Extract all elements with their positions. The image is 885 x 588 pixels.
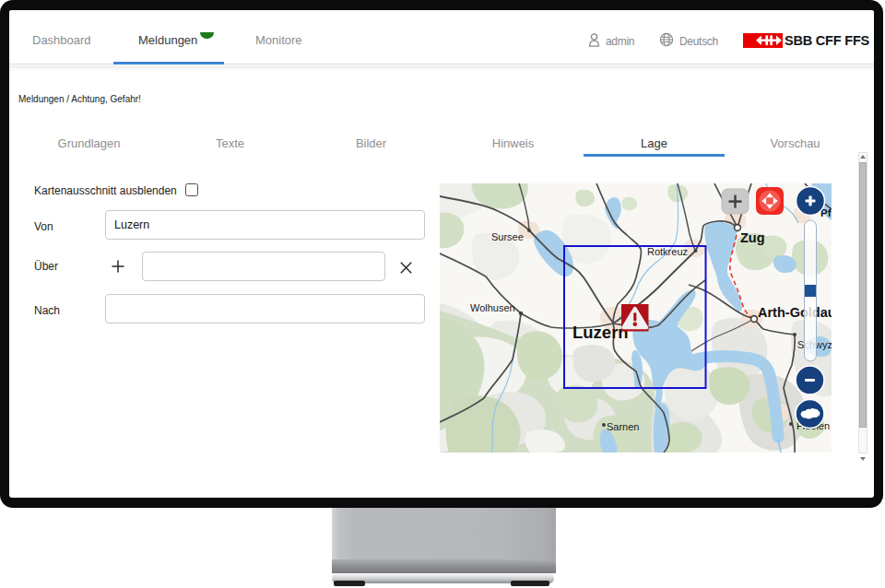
svg-text:Arth-Goldau: Arth-Goldau bbox=[758, 305, 832, 320]
svg-text:Rotkreuz: Rotkreuz bbox=[647, 246, 688, 257]
svg-text:Sursee: Sursee bbox=[491, 231, 524, 242]
svg-text:Sarnen: Sarnen bbox=[607, 421, 639, 432]
svg-text:Luzern: Luzern bbox=[572, 323, 629, 342]
svg-text:Zug: Zug bbox=[740, 230, 765, 245]
svg-text:Wolhusen: Wolhusen bbox=[470, 302, 515, 313]
